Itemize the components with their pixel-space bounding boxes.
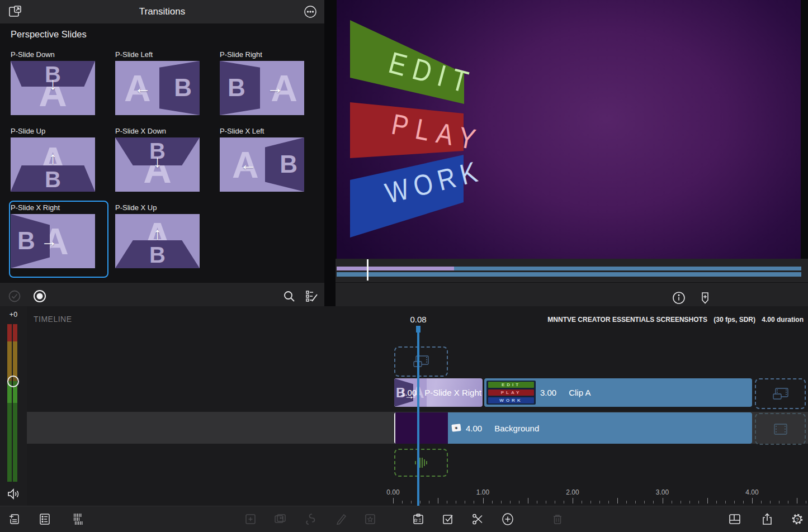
ruler-tick [474,501,474,504]
edit-pencil-icon[interactable] [334,512,348,526]
scrubber-track-top [337,267,801,270]
preset-clipboard-icon[interactable] [411,512,426,526]
transition-item-label: P-Slide X Left [220,127,304,135]
ruler-tick [770,501,771,504]
main-track-append-placeholder[interactable] [755,378,806,409]
ruler-tick [564,501,564,504]
audio-meter-right [13,324,17,482]
incoming-letter: B [45,168,61,191]
confirm-check-icon[interactable] [8,289,21,303]
transition-item[interactable]: P-Slide X Left A B ← [220,127,304,192]
add-media-icon[interactable] [7,512,22,526]
direction-arrow-icon: → [41,232,58,249]
delete-trash-icon[interactable] [550,512,565,526]
clip-info-icon[interactable] [671,290,687,306]
ruler-tick [626,501,627,504]
ruler-tick [617,498,618,504]
audio-track-placeholder[interactable] [394,449,448,477]
overwrite-clip-icon[interactable] [273,512,287,526]
main-clip-thumbnail: EDIT PLAY WORK [486,381,536,405]
section-title: Perspective Slides [11,29,87,40]
transition-item[interactable]: P-Slide X Up A B ↑ [115,203,200,268]
ruler-tick [788,501,788,504]
transition-item-label: P-Slide Up [11,127,95,135]
main-clip-name: Clip A [569,388,590,397]
ruler-tick [672,501,672,504]
ruler-tick [635,501,636,504]
transition-item[interactable]: P-Slide Right A B → [220,50,304,115]
add-clip-icon[interactable] [500,512,515,526]
transition-item[interactable]: P-Slide Down A B ↓ [11,50,95,115]
transition-item-label: P-Slide Right [220,50,304,59]
select-clips-icon[interactable] [441,512,455,526]
ruler-tick [429,501,429,504]
svg-text:?: ? [796,516,798,522]
timeline-playhead[interactable] [417,327,419,506]
generated-media-icon: ✶ [451,424,461,432]
panel-divider [324,0,336,306]
ruler-tick [698,501,699,504]
transition-clip[interactable]: B A → 1.00 P-Slide X Right [394,378,483,407]
video-preview[interactable]: EDIT PLAY WORK [337,0,801,259]
transition-item-thumbnail: A B → [220,61,304,115]
insert-clip-icon[interactable] [243,512,258,526]
transition-item-thumbnail: A B ← [115,61,200,115]
ruler-tick [725,501,726,504]
source-viewer-icon[interactable] [71,512,86,526]
project-duration: 4.00 duration [762,316,804,324]
audio-waveform-icon [411,457,431,469]
background-track-append-placeholder[interactable] [755,413,806,445]
search-icon[interactable] [282,289,296,303]
display-options-icon[interactable] [305,289,318,303]
transition-item[interactable]: P-Slide Up A B ↑ [11,127,95,192]
main-clip[interactable]: EDIT PLAY WORK 3.00 Clip A [484,378,752,407]
scrubber-played [337,267,454,270]
audio-meter-column: +0 [0,306,27,506]
direction-arrow-icon: ↓ [153,153,162,170]
ruler-tick [681,501,681,504]
ruler-label: 0.00 [386,488,399,496]
split-scissors-icon[interactable] [470,512,485,526]
library-more-icon[interactable] [303,4,318,19]
volume-knob[interactable] [7,376,19,387]
transition-item-label: P-Slide Left [115,50,200,59]
transition-item-thumbnail: A B ← [220,137,304,192]
record-preview-button[interactable] [33,289,46,303]
incoming-letter: B [228,75,245,100]
transition-item[interactable]: P-Slide Left A B ← [115,50,200,115]
film-frame-icon [772,422,789,436]
settings-help-icon[interactable]: ? [790,512,805,526]
thumb-edit-text: EDIT [502,383,521,387]
preview-scrubber[interactable] [336,259,808,282]
transition-item-thumbnail: A B ↓ [115,137,200,192]
transition-item[interactable]: P-Slide X Down A B ↓ [115,127,200,192]
share-export-icon[interactable] [760,512,774,526]
clip-list-icon[interactable] [37,512,52,526]
film-clips-icon [771,387,790,401]
incoming-letter: B [280,152,297,177]
thumb-work-text: WORK [499,398,522,403]
timeline-label: TIMELINE [34,315,72,324]
incoming-letter: B [17,229,35,253]
transition-item[interactable]: P-Slide X Right A B → [11,203,95,268]
favorite-preset-icon[interactable] [363,512,377,526]
ruler-tick [465,501,465,504]
ruler-tick [590,501,591,504]
add-marker-icon[interactable] [697,290,713,306]
ruler-tick [537,501,537,504]
ruler-tick [402,501,403,504]
time-ruler[interactable]: 0.001.002.003.004.00 [0,487,808,506]
library-title: Transitions [0,6,324,17]
link-clips-icon[interactable] [303,512,318,526]
ruler-tick [573,498,573,504]
library-header: Transitions [0,0,324,23]
ruler-tick [447,501,447,504]
layout-panels-icon[interactable] [727,512,742,526]
transition-item-thumbnail: A B → [11,214,95,268]
ruler-tick [716,501,717,504]
ruler-label: 2.00 [566,488,579,496]
scrubber-playhead[interactable] [367,259,368,281]
incoming-panel [11,214,50,268]
overlay-track-placeholder[interactable] [394,346,448,377]
background-clip[interactable]: ✶ 4.00 Background [394,412,752,444]
